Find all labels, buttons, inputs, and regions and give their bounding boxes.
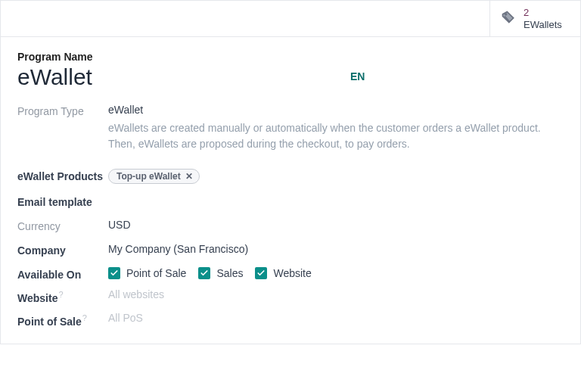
program-type-help: eWallets are created manually or automat…	[108, 120, 564, 152]
ewallets-stat-button[interactable]: 2 EWallets	[489, 1, 580, 36]
ewallet-product-tag[interactable]: Top-up eWallet ✕	[108, 169, 200, 184]
stat-bar: 2 EWallets	[1, 1, 580, 37]
program-type-label: Program Type	[17, 104, 108, 117]
svg-point-0	[505, 14, 507, 15]
ewallet-products-label: eWallet Products	[17, 169, 108, 182]
ewallets-count: 2	[524, 7, 562, 19]
language-badge[interactable]: EN	[350, 64, 365, 82]
available-website-checkbox[interactable]	[255, 267, 267, 279]
remove-tag-icon[interactable]: ✕	[185, 171, 193, 182]
website-label: Website?	[17, 288, 108, 304]
pos-input[interactable]: All PoS	[108, 312, 564, 324]
help-icon[interactable]: ?	[82, 313, 87, 322]
currency-label: Currency	[17, 219, 108, 232]
ewallets-label: EWallets	[524, 19, 562, 31]
program-type-value[interactable]: eWallet	[108, 104, 564, 116]
program-name-label: Program Name	[17, 51, 564, 63]
available-pos-label: Point of Sale	[126, 267, 186, 279]
program-name-input[interactable]: eWallet	[17, 64, 350, 90]
available-on-label: Available On	[17, 267, 108, 281]
available-sales-checkbox[interactable]	[198, 267, 210, 279]
company-label: Company	[17, 243, 108, 257]
ewallet-product-tag-label: Top-up eWallet	[117, 171, 181, 182]
available-pos-checkbox[interactable]	[108, 267, 120, 279]
help-icon[interactable]: ?	[58, 290, 63, 299]
tags-icon	[501, 10, 516, 27]
email-template-label: Email template	[17, 194, 108, 208]
currency-value[interactable]: USD	[108, 219, 564, 231]
website-input[interactable]: All websites	[108, 288, 564, 300]
available-website-label: Website	[273, 267, 311, 279]
pos-label: Point of Sale?	[17, 312, 108, 328]
company-value[interactable]: My Company (San Francisco)	[108, 243, 564, 255]
available-sales-label: Sales	[216, 267, 243, 279]
